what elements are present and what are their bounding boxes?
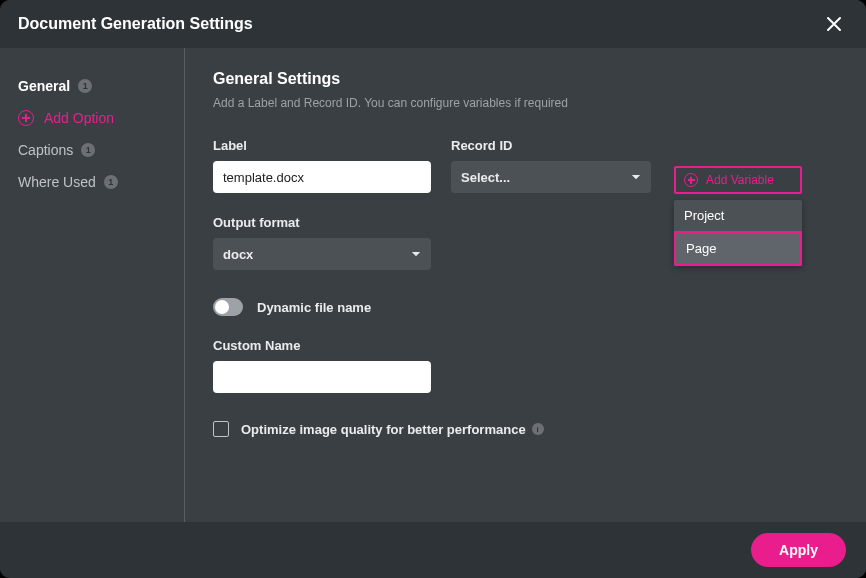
variable-option-page[interactable]: Page bbox=[674, 231, 802, 266]
content-panel: General Settings Add a Label and Record … bbox=[185, 48, 866, 522]
output-format-select[interactable]: docx bbox=[213, 238, 431, 270]
field-record-id: Record ID Select... bbox=[451, 138, 651, 193]
dynamic-name-toggle[interactable] bbox=[213, 298, 243, 316]
sidebar-badge: 1 bbox=[81, 143, 95, 157]
row-dynamic-name: Dynamic file name bbox=[213, 298, 838, 316]
optimize-label: Optimize image quality for better perfor… bbox=[241, 422, 526, 437]
modal-body: General 1 Add Option Captions 1 Where Us… bbox=[0, 48, 866, 522]
output-format-label: Output format bbox=[213, 215, 431, 230]
custom-name-input[interactable] bbox=[213, 361, 431, 393]
section-heading: General Settings bbox=[213, 70, 838, 88]
field-label: Label bbox=[213, 138, 431, 193]
sidebar: General 1 Add Option Captions 1 Where Us… bbox=[0, 48, 185, 522]
add-variable-button[interactable]: Add Variable bbox=[674, 166, 802, 194]
modal-footer: Apply bbox=[0, 522, 866, 578]
plus-circle-icon bbox=[18, 110, 34, 126]
record-id-label: Record ID bbox=[451, 138, 651, 153]
record-id-select[interactable]: Select... bbox=[451, 161, 651, 193]
sidebar-item-label: Where Used bbox=[18, 174, 96, 190]
settings-modal: Document Generation Settings General 1 A… bbox=[0, 0, 866, 578]
sidebar-item-general[interactable]: General 1 bbox=[18, 70, 166, 102]
label-label: Label bbox=[213, 138, 431, 153]
sidebar-badge: 1 bbox=[104, 175, 118, 189]
dynamic-name-label: Dynamic file name bbox=[257, 300, 371, 315]
close-button[interactable] bbox=[820, 10, 848, 38]
close-icon bbox=[826, 16, 842, 32]
sidebar-item-captions[interactable]: Captions 1 bbox=[18, 134, 166, 166]
add-variable-menu: Project Page bbox=[674, 200, 802, 266]
modal-header: Document Generation Settings bbox=[0, 0, 866, 48]
plus-circle-icon bbox=[684, 173, 698, 187]
modal-title: Document Generation Settings bbox=[18, 15, 253, 33]
sidebar-item-label: Add Option bbox=[44, 110, 114, 126]
section-subtitle: Add a Label and Record ID. You can confi… bbox=[213, 96, 838, 110]
sidebar-item-label: Captions bbox=[18, 142, 73, 158]
custom-name-label: Custom Name bbox=[213, 338, 838, 353]
label-input[interactable] bbox=[213, 161, 431, 193]
add-variable-label: Add Variable bbox=[706, 173, 774, 187]
field-output-format: Output format docx bbox=[213, 215, 431, 270]
sidebar-item-label: General bbox=[18, 78, 70, 94]
row-optimize: Optimize image quality for better perfor… bbox=[213, 421, 838, 437]
sidebar-item-where-used[interactable]: Where Used 1 bbox=[18, 166, 166, 198]
optimize-checkbox[interactable] bbox=[213, 421, 229, 437]
sidebar-badge: 1 bbox=[78, 79, 92, 93]
sidebar-item-add-option[interactable]: Add Option bbox=[18, 102, 166, 134]
field-custom-name: Custom Name bbox=[213, 338, 838, 393]
add-variable-group: Add Variable Project Page bbox=[674, 166, 802, 266]
info-icon[interactable]: i bbox=[532, 423, 544, 435]
variable-option-project[interactable]: Project bbox=[674, 200, 802, 231]
apply-button[interactable]: Apply bbox=[751, 533, 846, 567]
